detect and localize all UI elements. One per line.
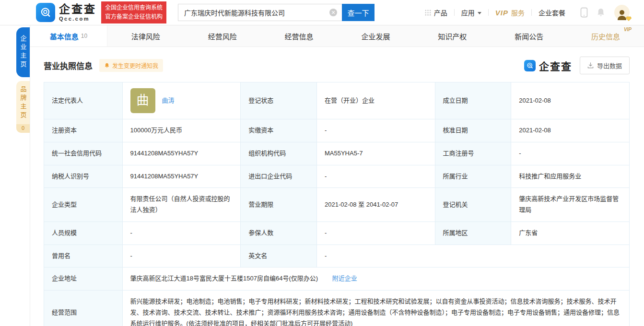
nav-apps-label: 应用 (461, 8, 475, 17)
field-value: 有限责任公司（自然人投资或控股的法人独资） (122, 188, 241, 222)
tab-basic-info[interactable]: 基本信息 10 (30, 25, 107, 47)
business-license-table: 法定代表人 曲 曲涛 登记状态 在营（开业）企业 成立日期 2021-02-08… (44, 82, 630, 326)
tab-operation-risk[interactable]: 经营风险 (184, 25, 261, 47)
notify-on-change-badge[interactable]: 发生变更时通知我 (99, 59, 163, 72)
table-row: 经营范围 新兴能源技术研发；电池制造；电池销售；电子专用材料研发；新材料技术研发… (44, 291, 630, 326)
nav-products[interactable]: 产品 (418, 8, 454, 17)
field-value: - (316, 119, 435, 142)
legal-rep-link[interactable]: 曲涛 (162, 95, 175, 106)
tab-history-info[interactable]: 历史信息 VIP (567, 25, 644, 47)
field-value: 广东省 (511, 221, 630, 244)
nav-enterprise-package[interactable]: 企业套餐 (532, 8, 572, 17)
field-label: 工商注册号 (435, 142, 511, 165)
logo-name: 企查查 (59, 4, 96, 15)
tab-label: 知识产权 (438, 31, 467, 41)
field-label: 企业类型 (44, 188, 123, 222)
top-header: 企查查 Qcc.com 全国企业信用查询系统 官方备案企业征信机构 ✕ 查一下 … (0, 0, 644, 25)
field-value: 肇庆高新技术产业开发区市场监督管理局 (511, 188, 630, 222)
logo-text[interactable]: 企查查 Qcc.com (59, 4, 96, 22)
qcc-watermark-text: 企查查 (539, 58, 572, 73)
page-body: 企业主页 品牌主页 0 基本信息 10 法律风险 经营风险 经营信息 企业发展 (0, 25, 644, 326)
side-tab-brand-label: 品牌主页 (19, 86, 28, 120)
left-rail: 企业主页 品牌主页 0 (0, 25, 30, 326)
field-value: MA55YHA5-7 (316, 142, 435, 165)
tab-legal-risk[interactable]: 法律风险 (107, 25, 184, 47)
nav-vip-service[interactable]: VIP 服务 (489, 8, 531, 17)
notify-badge-label: 发生变更时通知我 (112, 61, 158, 70)
search-bar: ✕ 查一下 (178, 4, 375, 21)
search-clear-icon[interactable]: ✕ (329, 9, 337, 16)
vip-tag: VIP (624, 27, 632, 32)
table-row: 企业类型 有限责任公司（自然人投资或控股的法人独资） 营业期限 2021-02-… (44, 188, 630, 222)
field-value: 91441208MA55YHA57Y (122, 142, 241, 165)
field-label: 登记状态 (241, 82, 317, 119)
side-tab-company-label: 企业主页 (19, 35, 28, 70)
tab-intellectual-property[interactable]: 知识产权 (414, 25, 491, 47)
field-value: - (122, 244, 241, 268)
field-value: - (122, 221, 241, 244)
side-tab-brand-home[interactable]: 品牌主页 0 (16, 81, 30, 133)
field-value: 肇庆高新区北江大道18号富民大厦十五楼1507房自编64号(仅限办公) 附近企业 (122, 268, 629, 291)
tab-count: 10 (81, 33, 87, 39)
side-tab-company-home[interactable]: 企业主页 (16, 27, 30, 77)
table-row: 纳税人识别号 91441208MA55YHA57Y 进出口企业代码 - 所属行业… (44, 165, 630, 188)
cert-line-2: 官方备案企业征信机构 (105, 12, 163, 22)
field-label: 组织机构代码 (241, 142, 317, 165)
certification-badge: 全国企业信用查询系统 官方备案企业征信机构 (101, 1, 166, 23)
field-label: 经营范围 (44, 291, 123, 326)
search-button[interactable]: 查一下 (342, 4, 375, 21)
field-label: 所属行业 (435, 165, 511, 188)
field-label: 参保人数 (241, 221, 317, 244)
table-row: 注册资本 100000万元人民币 实缴资本 - 核准日期 2021-02-08 (44, 119, 630, 142)
search-input[interactable] (178, 4, 342, 21)
field-label: 曾用名 (44, 244, 123, 268)
field-value: - (316, 244, 629, 268)
section-title: 营业执照信息 (44, 59, 93, 71)
tab-company-development[interactable]: 企业发展 (338, 25, 414, 47)
table-row: 法定代表人 曲 曲涛 登记状态 在营（开业）企业 成立日期 2021-02-08 (44, 82, 630, 119)
tab-label: 基本信息 (50, 31, 79, 41)
export-data-button[interactable]: 导出数据 (580, 57, 630, 74)
export-data-label: 导出数据 (597, 61, 622, 70)
section-header: 营业执照信息 发生变更时通知我 企查查 (30, 47, 644, 82)
download-icon (587, 62, 594, 69)
business-scope-text: 新兴能源技术研发；电池制造；电池销售；电子专用材料研发；新材料技术研发；工程和技… (122, 291, 629, 326)
qcc-watermark: 企查查 (524, 58, 572, 73)
tab-news[interactable]: 新闻公告 (491, 25, 567, 47)
nav-apps[interactable]: 应用 (455, 8, 488, 17)
field-value: - (316, 165, 435, 188)
nav-vip-label: 服务 (511, 8, 525, 17)
mobile-app-icon[interactable] (580, 7, 588, 18)
qcc-logo-icon[interactable] (36, 3, 55, 22)
nearby-companies-link[interactable]: 附近企业 (332, 275, 357, 282)
field-value: 曲 曲涛 (122, 82, 241, 119)
tab-label: 企业发展 (361, 31, 390, 41)
tab-label: 新闻公告 (515, 31, 543, 41)
notify-bell-icon (104, 62, 110, 69)
tab-label: 法律风险 (131, 31, 160, 41)
grid-icon (425, 10, 431, 16)
field-label: 进出口企业代码 (241, 165, 317, 188)
side-tab-brand-count: 0 (16, 124, 30, 133)
vip-diamond-icon (626, 16, 632, 21)
header-nav: 产品 应用 VIP 服务 企业套餐 (418, 5, 630, 20)
field-value: - (316, 221, 435, 244)
user-avatar[interactable] (614, 5, 630, 20)
field-label: 所属地区 (435, 221, 511, 244)
table-row: 统一社会信用代码 91441208MA55YHA57Y 组织机构代码 MA55Y… (44, 142, 630, 165)
main-panel: 基本信息 10 法律风险 经营风险 经营信息 企业发展 知识产权 新闻公告 (30, 25, 644, 326)
field-label: 英文名 (241, 244, 317, 268)
field-value: 2021-02-08 (511, 82, 630, 119)
tab-label: 经营风险 (208, 31, 237, 41)
field-label: 登记机关 (435, 188, 511, 222)
table-row: 曾用名 - 英文名 - (44, 244, 630, 268)
nav-products-label: 产品 (434, 8, 447, 17)
table-row: 人员规模 - 参保人数 - 所属地区 广东省 (44, 221, 630, 244)
company-tabbar: 基本信息 10 法律风险 经营风险 经营信息 企业发展 知识产权 新闻公告 (30, 25, 644, 47)
chevron-down-icon (478, 12, 481, 14)
field-value: 在营（开业）企业 (316, 82, 435, 119)
legal-rep-avatar: 曲 (130, 88, 155, 113)
bell-icon[interactable] (596, 8, 606, 17)
field-label: 人员规模 (44, 221, 123, 244)
tab-operation-info[interactable]: 经营信息 (261, 25, 338, 47)
